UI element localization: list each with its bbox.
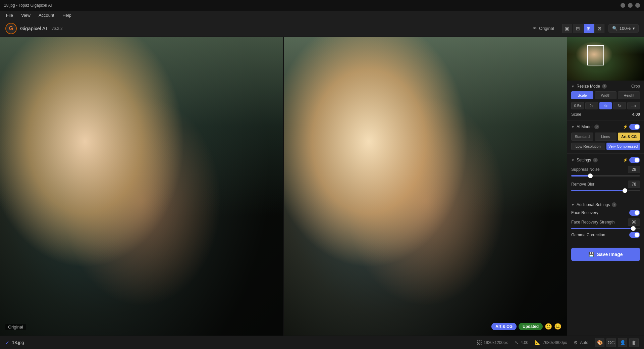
collapse-icon: ▼ (571, 85, 575, 88)
view-single-button[interactable]: ▣ (562, 24, 572, 33)
menu-account[interactable]: Account (35, 11, 58, 19)
minimize-button[interactable] (621, 3, 625, 8)
scale-value: 4.00 (632, 112, 640, 117)
additional-settings-help-icon[interactable]: ? (612, 202, 616, 207)
scale-factor-item: ⤡ 4.00 (515, 340, 528, 345)
save-icon: 💾 (588, 252, 594, 257)
auto-item: ⚙ Auto (574, 340, 588, 345)
menu-file[interactable]: File (3, 11, 16, 19)
model-badge: Art & CG (491, 323, 517, 330)
suppress-noise-fill (571, 175, 590, 177)
window-title: 18.jpg - Topaz Gigapixel AI (4, 3, 52, 8)
resize-mode-buttons: Scale Width Height (571, 91, 640, 99)
settings-help-icon[interactable]: ? (593, 158, 598, 162)
original-image-panel: Original (0, 37, 284, 336)
output-resolution-item: 📐 7680x4800px (535, 340, 567, 345)
remove-blur-value[interactable]: 78 (628, 181, 640, 188)
standard-model-button[interactable]: Standard (571, 133, 593, 141)
suppress-noise-thumb[interactable] (588, 173, 593, 178)
scale-4x-button[interactable]: 4x (599, 102, 612, 109)
crop-button[interactable]: Crop (631, 84, 640, 89)
auto-label: Auto (580, 340, 588, 345)
scale-presets: 0.5x 2x 4x 6x ...x (571, 102, 640, 109)
view-grid-button[interactable]: ⊠ (594, 24, 604, 33)
lightning-icon: ⚡ (623, 124, 628, 129)
view-split-button[interactable]: ⊟ (573, 24, 583, 33)
model-buttons: Standard Lines Art & CG (571, 133, 640, 141)
thumbnail-selector[interactable] (587, 45, 604, 65)
scale-0-5x-button[interactable]: 0.5x (571, 102, 584, 109)
collapse-icon: ▼ (571, 125, 575, 129)
original-resolution: 1920x1200px (484, 340, 508, 345)
palette-tool-button[interactable]: 🎨 (595, 338, 604, 347)
ai-model-toggle[interactable]: ⚡ (623, 124, 640, 130)
suppress-noise-track[interactable] (571, 175, 640, 177)
face-recovery-strength-fill (571, 228, 633, 229)
scale-factor: 4.00 (521, 340, 528, 345)
resize-mode-section: ▼ Resize Mode ? Crop Scale Width Height … (567, 81, 644, 120)
low-resolution-button[interactable]: Low Resolution (571, 143, 605, 150)
save-label: Save Image (597, 252, 623, 257)
settings-toggle[interactable]: ⚡ (623, 157, 640, 163)
processing-status-badge: Art & CG Updated 🙂 😐 (491, 323, 561, 330)
suppress-noise-value[interactable]: 28 (628, 166, 640, 173)
face-recovery-strength-thumb[interactable] (631, 226, 636, 231)
width-mode-button[interactable]: Width (595, 91, 617, 99)
app-version: v6.2.2 (52, 26, 63, 31)
resize-mode-help-icon[interactable]: ? (602, 84, 607, 89)
settings-toggle-switch[interactable] (629, 157, 640, 163)
gc-tool-button[interactable]: GC (606, 338, 616, 347)
menu-help[interactable]: Help (59, 11, 75, 19)
scale-custom-button[interactable]: ...x (627, 102, 640, 109)
face-recovery-strength-label: Face Recovery Strength (571, 220, 614, 225)
state-badge: Updated (519, 323, 543, 330)
zoom-control[interactable]: 🔍 100% ▾ (608, 24, 639, 33)
face-recovery-strength-value[interactable]: 90 (628, 218, 640, 226)
original-label: Original (539, 26, 554, 31)
statusbar-left: ✓ 18.jpg (5, 340, 24, 345)
very-compressed-button[interactable]: Very Compressed (606, 143, 640, 150)
maximize-button[interactable] (628, 3, 633, 8)
settings-header[interactable]: ▼ Settings ? ⚡ (571, 157, 640, 163)
close-button[interactable] (635, 3, 640, 8)
ai-model-toggle-switch[interactable] (629, 124, 640, 130)
check-icon: ✓ (5, 340, 9, 345)
auto-icon: ⚙ (574, 340, 578, 345)
status-tools: 🎨 GC 👤 🗑 (595, 338, 639, 347)
statusbar-right: 🖼 1920x1200px ⤡ 4.00 📐 7680x4800px ⚙ Aut… (477, 338, 639, 347)
face-recovery-label: Face Recovery (571, 210, 598, 215)
delete-tool-button[interactable]: 🗑 (629, 338, 639, 347)
remove-blur-slider-row: Remove Blur 78 (571, 181, 640, 191)
suppress-noise-label: Suppress Noise (571, 167, 600, 172)
smiley-icon: 🙂 (545, 323, 552, 330)
view-side-by-side-button[interactable]: ⊞ (584, 24, 594, 33)
height-mode-button[interactable]: Height (618, 91, 640, 99)
remove-blur-thumb[interactable] (623, 188, 627, 193)
face-recovery-strength-track[interactable] (571, 228, 640, 229)
save-image-button[interactable]: 💾 Save Image (571, 248, 640, 261)
scale-label: Scale (571, 112, 581, 117)
additional-settings-header[interactable]: ▼ Additional Settings ? (571, 202, 640, 207)
gamma-correction-toggle-row: Gamma Correction (571, 232, 640, 238)
app-logo-icon: G (5, 23, 17, 34)
resize-mode-label: Resize Mode (577, 84, 600, 89)
lines-model-button[interactable]: Lines (595, 133, 617, 141)
remove-blur-track[interactable] (571, 190, 640, 191)
app-name: Gigapixel AI (20, 26, 47, 31)
additional-settings-label: Additional Settings (577, 202, 610, 207)
ai-model-help-icon[interactable]: ? (594, 124, 599, 129)
resize-mode-header[interactable]: ▼ Resize Mode ? Crop (571, 84, 640, 89)
scale-mode-button[interactable]: Scale (571, 91, 593, 99)
gamma-correction-toggle[interactable] (629, 232, 640, 238)
scale-6x-button[interactable]: 6x (613, 102, 626, 109)
scale-2x-button[interactable]: 2x (585, 102, 598, 109)
person-tool-button[interactable]: 👤 (618, 338, 627, 347)
ai-model-header[interactable]: ▼ AI Model ? ⚡ (571, 124, 640, 130)
processed-image-panel: Art & CG Updated 🙂 😐 (284, 37, 567, 336)
original-toggle-button[interactable]: 👁 Original (529, 24, 558, 33)
lightning-icon: ⚡ (623, 158, 628, 162)
artcg-model-button[interactable]: Art & CG (618, 133, 640, 141)
original-label: Original (5, 324, 26, 330)
menu-view[interactable]: View (18, 11, 34, 19)
face-recovery-toggle[interactable] (629, 210, 640, 216)
